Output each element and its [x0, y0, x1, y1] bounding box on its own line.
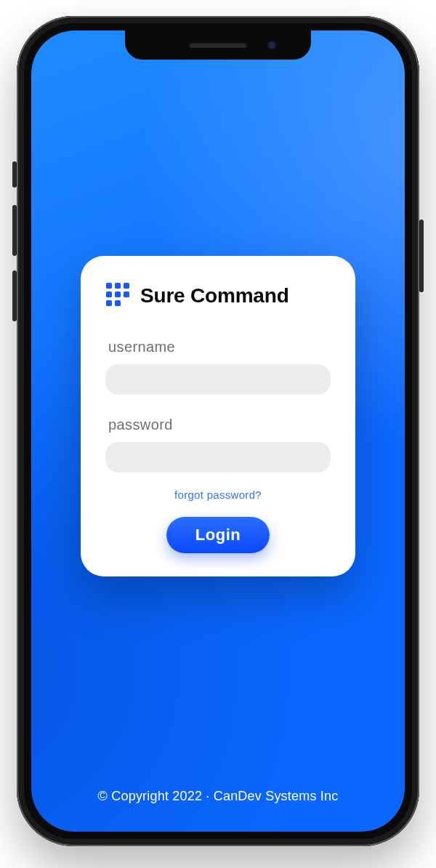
- password-label: password: [105, 417, 331, 433]
- side-button-vol-up: [12, 205, 17, 256]
- svg-rect-1: [115, 283, 121, 289]
- brand-title-a: Sure: [140, 284, 185, 307]
- footer-copyright: © Copyright 2022 · CanDev Systems Inc: [31, 789, 405, 804]
- grid-dots-icon: [105, 282, 130, 310]
- svg-rect-4: [115, 292, 121, 297]
- svg-rect-7: [115, 300, 121, 306]
- brand-row: Sure Command: [105, 282, 331, 310]
- username-input[interactable]: [105, 364, 331, 395]
- side-button-vol-down: [12, 270, 17, 321]
- login-button[interactable]: Login: [166, 517, 270, 553]
- side-button-power: [419, 220, 424, 292]
- brand-title: Sure Command: [140, 284, 289, 308]
- username-label: username: [105, 339, 331, 355]
- svg-rect-0: [106, 283, 112, 289]
- forgot-password-link[interactable]: forgot password?: [105, 489, 331, 501]
- brand-title-b: Command: [190, 284, 289, 307]
- side-button-silence: [12, 161, 17, 188]
- svg-rect-6: [106, 300, 112, 306]
- password-input[interactable]: [105, 442, 331, 473]
- phone-notch: [125, 31, 311, 60]
- svg-rect-5: [124, 292, 129, 297]
- svg-rect-2: [124, 283, 129, 289]
- phone-frame: Sure Command username password forgot pa…: [17, 16, 419, 846]
- device-mockup: Sure Command username password forgot pa…: [0, 0, 436, 868]
- front-camera: [267, 41, 276, 49]
- screen-content: Sure Command username password forgot pa…: [31, 31, 405, 832]
- login-card: Sure Command username password forgot pa…: [81, 256, 355, 576]
- svg-rect-3: [106, 292, 112, 297]
- speaker-grill: [189, 42, 247, 48]
- phone-screen: Sure Command username password forgot pa…: [31, 31, 405, 832]
